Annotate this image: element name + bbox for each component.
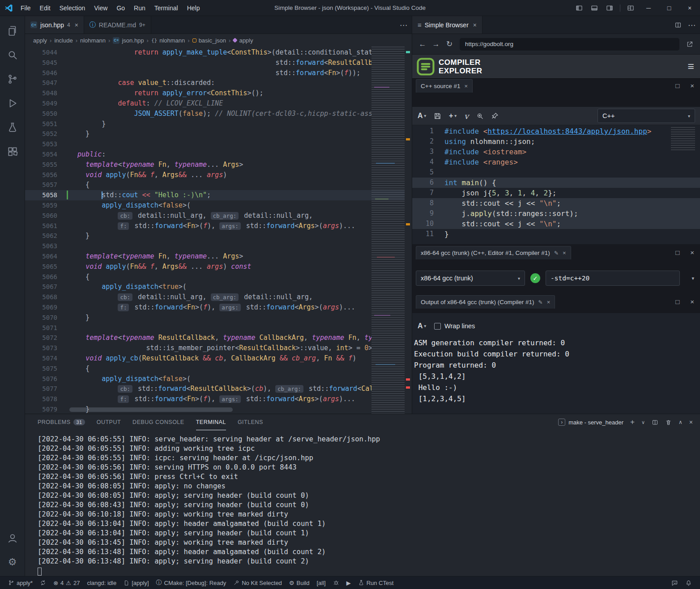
maximize-pane-icon[interactable]: □ bbox=[675, 249, 679, 256]
output-pane-tab[interactable]: Output of x86-64 gcc (trunk) (Compiler #… bbox=[416, 295, 555, 309]
options-dropdown-icon[interactable]: ▾ bbox=[691, 275, 697, 281]
feedback-icon[interactable] bbox=[668, 576, 682, 589]
code-editor[interactable]: 5044 return apply_make_tuple<ConstThis>(… bbox=[25, 47, 412, 414]
save-icon[interactable] bbox=[434, 112, 441, 120]
tab-debug-console[interactable]: DEBUG CONSOLE bbox=[132, 414, 184, 430]
rename-pane-icon[interactable]: ✎ bbox=[554, 250, 559, 256]
tab-gitlens[interactable]: GITLENS bbox=[238, 414, 263, 430]
breadcrumb-apply-dir[interactable]: apply bbox=[33, 37, 47, 44]
split-editor-icon[interactable] bbox=[674, 21, 682, 29]
vim-mode-icon[interactable]: v bbox=[464, 111, 469, 121]
explorer-icon[interactable] bbox=[2, 19, 23, 43]
breadcrumb-apply-method[interactable]: apply bbox=[239, 37, 253, 44]
close-tab-icon[interactable]: × bbox=[75, 21, 78, 29]
cmake-project-item[interactable]: [apply] bbox=[120, 576, 152, 589]
compiler-options-input[interactable]: -std=c++20 bbox=[546, 271, 680, 286]
tab-json-hpp[interactable]: C+ json.hpp 4 × bbox=[25, 16, 84, 34]
url-input[interactable]: https://godbolt.org bbox=[460, 38, 679, 51]
compiler-select[interactable]: x86-64 gcc (trunk) ▾ bbox=[416, 271, 525, 286]
minimap[interactable] bbox=[371, 47, 405, 414]
menu-view[interactable]: View bbox=[90, 0, 112, 16]
menu-run[interactable]: Run bbox=[129, 0, 150, 16]
customize-layout-icon[interactable] bbox=[623, 0, 638, 16]
ce-source-editor[interactable]: 1#include <https://localhost:8443/apply/… bbox=[412, 125, 700, 244]
forward-icon[interactable]: → bbox=[429, 38, 443, 51]
close-pane-icon[interactable]: × bbox=[547, 299, 551, 305]
source-pane-tab[interactable]: C++ source #1 × bbox=[416, 79, 473, 93]
tab-terminal[interactable]: TERMINAL bbox=[196, 414, 226, 430]
font-size-icon[interactable]: A▾ bbox=[418, 112, 426, 120]
menu-edit[interactable]: Edit bbox=[35, 0, 55, 16]
open-external-icon[interactable] bbox=[683, 38, 696, 51]
hamburger-menu-icon[interactable]: ≡ bbox=[687, 60, 694, 73]
terminal-session[interactable]: › make - serve_header bbox=[558, 419, 623, 426]
compiler-pane-tab[interactable]: x86-64 gcc (trunk) (C++, Editor #1, Comp… bbox=[416, 246, 571, 259]
breadcrumb-include[interactable]: include bbox=[54, 37, 73, 44]
wrap-lines-checkbox[interactable] bbox=[434, 323, 441, 330]
tab-problems[interactable]: PROBLEMS31 bbox=[38, 414, 85, 430]
rename-pane-icon[interactable]: ✎ bbox=[538, 299, 543, 305]
tab-simple-browser[interactable]: ≡ Simple Browser × bbox=[412, 16, 482, 34]
add-pane-icon[interactable]: +▾ bbox=[449, 112, 457, 120]
maximize-pane-icon[interactable]: □ bbox=[675, 82, 679, 89]
build-target-item[interactable]: [all] bbox=[313, 576, 329, 589]
tab-readme-md[interactable]: ⓘ README.md 9+ bbox=[84, 16, 151, 34]
source-control-icon[interactable] bbox=[2, 67, 23, 91]
close-pane-icon[interactable]: × bbox=[690, 82, 694, 89]
menu-terminal[interactable]: Terminal bbox=[150, 0, 183, 16]
close-pane-icon[interactable]: × bbox=[465, 83, 468, 89]
minimize-button[interactable]: ─ bbox=[638, 0, 659, 16]
editor-more-actions-icon[interactable]: ⋯ bbox=[400, 21, 407, 30]
font-size-icon[interactable]: A▾ bbox=[418, 322, 426, 330]
close-window-button[interactable]: × bbox=[679, 0, 700, 16]
git-branch-item[interactable]: apply* bbox=[4, 576, 36, 589]
launch-target-icon[interactable]: ▶ bbox=[343, 576, 354, 589]
cmake-kit-item[interactable]: No Kit Selected bbox=[230, 576, 286, 589]
tab-output[interactable]: OUTPUT bbox=[97, 414, 121, 430]
clangd-status-item[interactable]: clangd: idle bbox=[83, 576, 120, 589]
maximize-button[interactable]: □ bbox=[659, 0, 679, 16]
extensions-icon[interactable] bbox=[2, 140, 23, 164]
breadcrumb-basic-json[interactable]: basic_json bbox=[199, 37, 226, 44]
pin-icon[interactable] bbox=[491, 112, 499, 119]
run-debug-icon[interactable] bbox=[2, 91, 23, 115]
search-icon[interactable] bbox=[2, 43, 23, 67]
cmake-status-item[interactable]: ⓘ CMake: [Debug]: Ready bbox=[153, 576, 230, 589]
kill-terminal-icon[interactable] bbox=[665, 419, 672, 426]
menu-help[interactable]: Help bbox=[183, 0, 205, 16]
zoom-icon[interactable] bbox=[476, 112, 484, 120]
cmake-build-item[interactable]: ⚙ Build bbox=[286, 576, 313, 589]
close-pane-icon[interactable]: × bbox=[690, 249, 694, 256]
testing-icon[interactable] bbox=[2, 115, 23, 140]
sync-changes-item[interactable] bbox=[36, 576, 50, 589]
close-pane-icon[interactable]: × bbox=[690, 298, 694, 305]
breadcrumb-nlohmann-dir[interactable]: nlohmann bbox=[80, 37, 106, 44]
language-select[interactable]: C++ ▾ bbox=[598, 109, 695, 123]
menu-selection[interactable]: Selection bbox=[55, 0, 90, 16]
back-icon[interactable]: ← bbox=[416, 38, 429, 51]
maximize-panel-icon[interactable]: ∧ bbox=[679, 419, 683, 425]
browser-more-actions-icon[interactable]: ⋯ bbox=[688, 21, 696, 30]
reload-icon[interactable]: ↻ bbox=[443, 38, 456, 51]
close-tab-icon[interactable]: × bbox=[473, 21, 477, 29]
toggle-panel-icon[interactable] bbox=[587, 0, 602, 16]
debug-target-icon[interactable] bbox=[329, 576, 343, 589]
maximize-pane-icon[interactable]: □ bbox=[675, 298, 679, 305]
settings-gear-icon[interactable]: ⚙ bbox=[2, 550, 23, 574]
run-ctest-item[interactable]: Run CTest bbox=[354, 576, 397, 589]
menu-file[interactable]: File bbox=[16, 0, 35, 16]
close-pane-icon[interactable]: × bbox=[563, 250, 566, 256]
notifications-bell-icon[interactable] bbox=[682, 576, 696, 589]
split-terminal-icon[interactable] bbox=[652, 419, 658, 426]
terminal-dropdown-icon[interactable]: ∨ bbox=[641, 420, 645, 425]
toggle-sidebar-icon[interactable] bbox=[572, 0, 587, 16]
close-panel-icon[interactable]: × bbox=[689, 419, 693, 426]
menu-go[interactable]: Go bbox=[112, 0, 129, 16]
horizontal-scrollbar[interactable] bbox=[69, 407, 233, 412]
terminal-output[interactable]: [2022-04-30 06:05:55] INFO: serve_header… bbox=[25, 430, 700, 576]
toggle-secondary-sidebar-icon[interactable] bbox=[602, 0, 617, 16]
problems-item[interactable]: ⊗4 ⚠27 bbox=[50, 576, 83, 589]
breadcrumb-nlohmann-ns[interactable]: nlohmann bbox=[159, 37, 185, 44]
compiler-explorer-logo[interactable] bbox=[417, 58, 435, 76]
new-terminal-icon[interactable]: + bbox=[630, 418, 635, 427]
